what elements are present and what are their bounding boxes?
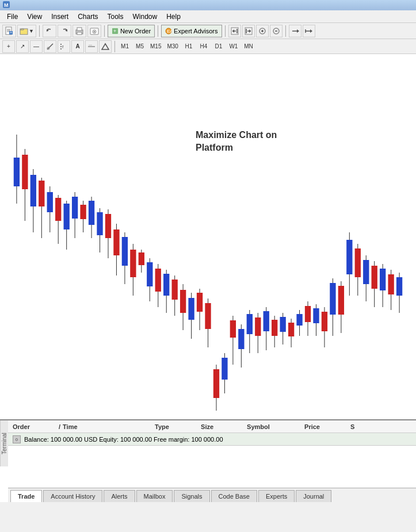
- svg-rect-80: [147, 262, 152, 286]
- screenshot-button[interactable]: [87, 25, 101, 37]
- chart-end-button[interactable]: [303, 25, 315, 37]
- undo-button[interactable]: [43, 25, 56, 37]
- tf-m1[interactable]: M1: [118, 41, 132, 52]
- col-symbol: Symbol: [247, 423, 304, 430]
- col-type: Type: [155, 423, 201, 430]
- price-level-button[interactable]: ---: [85, 40, 98, 53]
- more-tools-button[interactable]: [99, 40, 112, 53]
- svg-text:---: ---: [89, 43, 92, 47]
- svg-rect-90: [188, 298, 194, 320]
- svg-point-16: [93, 30, 95, 32]
- tf-m15[interactable]: M15: [148, 41, 163, 52]
- text-button[interactable]: A: [71, 40, 84, 53]
- svg-rect-136: [380, 269, 386, 290]
- menu-bar: File View Insert Charts Tools Window Hel…: [0, 10, 416, 23]
- tf-d1[interactable]: D1: [212, 41, 226, 52]
- svg-rect-84: [163, 274, 169, 296]
- tf-h4[interactable]: H4: [197, 41, 211, 52]
- svg-marker-38: [310, 29, 312, 33]
- svg-rect-76: [130, 250, 136, 277]
- tab-code-base[interactable]: Code Base: [211, 490, 257, 502]
- svg-marker-45: [102, 44, 109, 49]
- tf-h1[interactable]: H1: [182, 41, 196, 52]
- svg-rect-120: [313, 308, 319, 323]
- draw-button[interactable]: [44, 40, 56, 53]
- zoom-out-button[interactable]: [270, 25, 283, 37]
- svg-text:f: f: [62, 44, 64, 49]
- redo-button[interactable]: [58, 25, 71, 37]
- svg-rect-92: [197, 293, 203, 312]
- svg-rect-86: [171, 280, 177, 300]
- svg-marker-27: [249, 29, 251, 33]
- tf-m30[interactable]: M30: [165, 41, 180, 52]
- svg-rect-56: [47, 192, 53, 212]
- title-bar: M: [0, 0, 416, 10]
- chart-area: Maximize Chart on Platform: [0, 54, 416, 419]
- col-price: Price: [304, 423, 350, 430]
- tab-alerts[interactable]: Alerts: [104, 490, 135, 502]
- tf-mn[interactable]: MN: [242, 41, 255, 52]
- new-chart-button[interactable]: +: [2, 25, 16, 37]
- tab-journal[interactable]: Journal: [296, 490, 331, 502]
- col-time: Time: [63, 423, 155, 430]
- svg-rect-116: [296, 314, 302, 326]
- tf-w1[interactable]: W1: [227, 41, 241, 52]
- candlestick-chart[interactable]: [0, 54, 416, 419]
- menu-window[interactable]: Window: [128, 12, 162, 22]
- svg-rect-50: [22, 155, 28, 189]
- col-slash: /: [59, 423, 60, 430]
- tab-account-history[interactable]: Account History: [43, 490, 102, 502]
- svg-rect-96: [213, 369, 219, 398]
- new-order-button[interactable]: + New Order: [108, 25, 155, 37]
- menu-help[interactable]: Help: [162, 12, 185, 22]
- tab-experts[interactable]: Experts: [258, 490, 295, 502]
- scroll-right-button[interactable]: [242, 25, 255, 37]
- svg-rect-122: [322, 312, 327, 331]
- chart-forward-button[interactable]: [289, 25, 301, 37]
- period-sep-button[interactable]: f: [58, 40, 70, 53]
- print-button[interactable]: [72, 25, 86, 37]
- menu-view[interactable]: View: [22, 12, 47, 22]
- chart-label: Maximize Chart on Platform: [196, 129, 277, 155]
- svg-rect-100: [230, 320, 236, 338]
- svg-rect-118: [305, 306, 311, 322]
- svg-rect-64: [80, 205, 86, 219]
- svg-rect-13: [77, 32, 82, 35]
- svg-text:M: M: [4, 2, 9, 8]
- open-button[interactable]: ▼: [17, 25, 36, 37]
- tf-m5[interactable]: M5: [133, 41, 147, 52]
- svg-marker-35: [297, 29, 299, 33]
- svg-rect-128: [346, 240, 352, 274]
- svg-rect-114: [288, 323, 294, 336]
- menu-insert[interactable]: Insert: [47, 12, 73, 22]
- svg-text:EA: EA: [167, 29, 172, 34]
- terminal-side-label: Terminal: [0, 420, 8, 466]
- terminal-body: [8, 446, 416, 488]
- svg-marker-23: [232, 29, 234, 33]
- zoom-in-button[interactable]: [256, 25, 269, 37]
- svg-line-39: [47, 44, 53, 49]
- menu-charts[interactable]: Charts: [73, 12, 102, 22]
- svg-rect-108: [264, 311, 269, 331]
- svg-text:+: +: [113, 28, 116, 34]
- tab-signals[interactable]: Signals: [174, 490, 209, 502]
- menu-file[interactable]: File: [2, 12, 22, 22]
- line-button[interactable]: —: [30, 40, 43, 53]
- crosshair-button[interactable]: +: [2, 40, 15, 53]
- tab-trade[interactable]: Trade: [10, 490, 42, 502]
- scroll-left-button[interactable]: [228, 25, 241, 37]
- svg-rect-140: [396, 277, 402, 296]
- svg-rect-106: [255, 317, 261, 336]
- expert-advisors-button[interactable]: EA Expert Advisors: [161, 25, 222, 37]
- svg-rect-104: [247, 314, 253, 334]
- svg-rect-74: [122, 237, 128, 266]
- terminal-close-button[interactable]: ○: [13, 435, 21, 443]
- arrow-button[interactable]: ↗: [16, 40, 29, 53]
- toolbar-drawing: + ↗ — f A --- M1 M5 M15 M30 H1 H4 D1 W1 …: [0, 39, 416, 54]
- tab-mailbox[interactable]: Mailbox: [136, 490, 173, 502]
- menu-tools[interactable]: Tools: [103, 12, 128, 22]
- svg-rect-70: [105, 214, 111, 238]
- svg-rect-138: [388, 274, 394, 294]
- svg-rect-62: [72, 197, 78, 219]
- terminal-panel: Terminal Order / Time Type Size Symbol P…: [0, 419, 416, 502]
